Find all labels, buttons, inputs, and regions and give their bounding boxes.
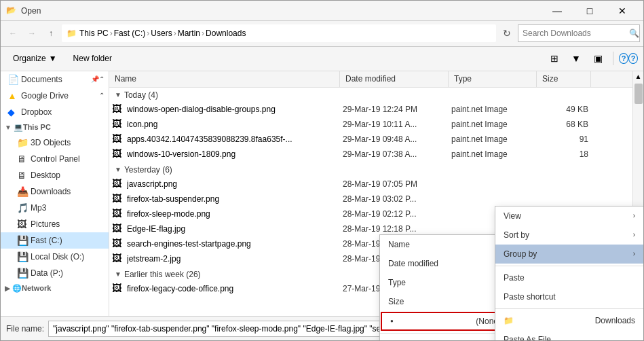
close-button[interactable]: ✕ bbox=[607, 1, 638, 21]
file-size: 18 bbox=[539, 149, 594, 159]
file-icon: 🖼 bbox=[112, 283, 124, 295]
sidebar-item-dropbox[interactable]: ◆ Dropbox bbox=[1, 104, 109, 120]
sidebar-item-datap[interactable]: 💾 Data (P:) bbox=[1, 265, 109, 281]
table-row[interactable]: 🖼 windows-10-version-1809.png 29-Mar-19 … bbox=[109, 147, 643, 162]
ctx-item-paste-file[interactable]: Paste As File bbox=[495, 330, 643, 341]
organize-button[interactable]: Organize ▼ bbox=[6, 49, 64, 68]
sidebar-item-label: Desktop bbox=[31, 170, 60, 180]
ctx-item-downloads[interactable]: 📁 Downloads bbox=[495, 311, 643, 330]
group-header-today[interactable]: ▼ Today (4) bbox=[109, 88, 643, 103]
sidebar-item-mp3[interactable]: 🎵 Mp3 bbox=[1, 200, 109, 216]
sidebar-item-label: Local Disk (O:) bbox=[31, 252, 84, 262]
table-row[interactable]: 🖼 firefox-tab-suspender.png 28-Mar-19 03… bbox=[109, 192, 643, 207]
expand-icon: ⌃ bbox=[99, 75, 105, 83]
context-separator bbox=[380, 333, 511, 334]
sidebar-item-label: Fast (C:) bbox=[31, 236, 62, 245]
ctx-item-label: Type bbox=[388, 278, 406, 287]
maximize-button[interactable]: □ bbox=[574, 1, 605, 21]
ctx-item-label: Downloads bbox=[595, 316, 635, 325]
fastc-icon: 💾 bbox=[17, 235, 28, 246]
file-icon: 🖼 bbox=[112, 178, 124, 190]
sidebar-item-fastc[interactable]: 💾 Fast (C:) bbox=[1, 232, 109, 249]
file-type: paint.net Image bbox=[451, 120, 539, 129]
sidebar-item-label: Network bbox=[22, 284, 51, 292]
ctx-item-paste[interactable]: Paste bbox=[495, 268, 643, 287]
table-row[interactable]: 🖼 icon.png 29-Mar-19 10:11 A... paint.ne… bbox=[109, 118, 643, 132]
ctx-item-sortby[interactable]: Sort by › bbox=[495, 226, 643, 245]
col-name-header[interactable]: Name bbox=[109, 71, 340, 87]
help-button[interactable]: ? ? bbox=[619, 49, 638, 68]
sidebar-item-googledrive[interactable]: ▲ Google Drive ⌃ bbox=[1, 88, 109, 104]
3dobjects-icon: 📁 bbox=[17, 137, 28, 148]
file-type: paint.net Image bbox=[451, 149, 539, 159]
up-button[interactable]: ↑ bbox=[43, 25, 59, 41]
ctx-item-size[interactable]: Size bbox=[380, 292, 511, 311]
sidebar-item-desktop[interactable]: 🖥 Desktop bbox=[1, 167, 109, 183]
file-icon: 🖼 bbox=[112, 223, 124, 235]
new-folder-button[interactable]: New folder bbox=[67, 49, 119, 68]
ctx-item-paste-shortcut[interactable]: Paste shortcut bbox=[495, 287, 643, 306]
refresh-button[interactable]: ↻ bbox=[499, 25, 515, 41]
ctx-item-name[interactable]: Name bbox=[380, 235, 511, 254]
file-date: 29-Mar-19 09:48 A... bbox=[343, 134, 451, 144]
sidebar-item-3dobjects[interactable]: 📁 3D Objects bbox=[1, 134, 109, 151]
file-name: search-engines-test-startpage.png bbox=[127, 239, 343, 249]
window-title: Open bbox=[21, 6, 542, 16]
sidebar-item-localdisk[interactable]: 💾 Local Disk (O:) bbox=[1, 249, 109, 265]
table-row[interactable]: 🖼 apps.40342.14047435839088239.8faa635f-… bbox=[109, 132, 643, 147]
ctx-item-type[interactable]: Type bbox=[380, 273, 511, 292]
view-arrow-button[interactable]: ▼ bbox=[567, 49, 586, 68]
sidebar-item-documents[interactable]: 📄 Documents 📌 ⌃ bbox=[1, 71, 109, 88]
file-date: 28-Mar-19 07:05 PM bbox=[343, 179, 451, 189]
group-header-yesterday[interactable]: ▼ Yesterday (6) bbox=[109, 162, 643, 177]
group-arrow-icon: ▼ bbox=[115, 91, 121, 98]
sidebar-item-label: Data (P:) bbox=[31, 268, 63, 278]
toolbar-separator bbox=[613, 52, 613, 65]
ctx-item-ascending[interactable]: Ascending bbox=[380, 336, 511, 341]
col-size-header[interactable]: Size bbox=[537, 71, 591, 87]
view-layout-button[interactable]: ⊞ bbox=[545, 49, 564, 68]
sidebar-item-controlpanel[interactable]: 🖥 Control Panel bbox=[1, 151, 109, 167]
search-input[interactable] bbox=[518, 24, 640, 42]
dropbox-icon: ◆ bbox=[7, 107, 18, 118]
bullet-icon: ● bbox=[390, 318, 394, 324]
group-arrow-icon: ▼ bbox=[115, 166, 121, 173]
sidebar-network-header[interactable]: ▶ 🌐 Network bbox=[1, 281, 109, 295]
ctx-item-label: Paste As File bbox=[504, 335, 551, 341]
sidebar-item-downloads[interactable]: 📥 Downloads bbox=[1, 183, 109, 200]
scroll-up-button[interactable]: ▲ bbox=[633, 71, 644, 82]
file-date: 28-Mar-19 03:02 P... bbox=[343, 194, 451, 204]
ctx-item-groupby[interactable]: Group by › bbox=[495, 245, 643, 264]
ctx-item-none[interactable]: ● (None) bbox=[381, 312, 510, 331]
breadcrumb[interactable]: 📁 This PC › Fast (C:) › Users › Martin ›… bbox=[62, 24, 496, 42]
sidebar: 📄 Documents 📌 ⌃ ▲ Google Drive ⌃ ◆ Dropb… bbox=[1, 71, 109, 316]
scroll-thumb[interactable] bbox=[634, 84, 643, 104]
toolbar: Organize ▼ New folder ⊞ ▼ ▣ ? ? bbox=[1, 47, 643, 71]
sidebar-item-pictures[interactable]: 🖼 Pictures bbox=[1, 216, 109, 232]
pin-icon: 📌 bbox=[91, 75, 99, 83]
breadcrumb-drive: Fast (C:) bbox=[114, 29, 146, 38]
file-icon: 🖼 bbox=[112, 103, 124, 115]
ctx-item-date[interactable]: Date modified bbox=[380, 254, 511, 273]
downloads-icon: 📥 bbox=[17, 186, 28, 197]
documents-icon: 📄 bbox=[7, 74, 18, 85]
context-menu-primary: Name Date modified Type Size ● (None) As… bbox=[379, 234, 512, 341]
mp3-icon: 🎵 bbox=[17, 202, 28, 213]
back-button[interactable]: ← bbox=[5, 25, 21, 41]
ctx-item-label: View bbox=[504, 211, 521, 221]
file-date: 29-Mar-19 07:38 A... bbox=[343, 149, 451, 159]
table-row[interactable]: 🖼 windows-open-dialog-disable-groups.png… bbox=[109, 103, 643, 118]
ctx-arrow-icon: › bbox=[633, 231, 635, 238]
minimize-button[interactable]: — bbox=[542, 1, 573, 21]
forward-button[interactable]: → bbox=[24, 25, 40, 41]
datap-icon: 💾 bbox=[17, 268, 28, 279]
col-date-header[interactable]: Date modified bbox=[340, 71, 449, 87]
preview-pane-button[interactable]: ▣ bbox=[588, 49, 607, 68]
table-row[interactable]: 🖼 javascript.png 28-Mar-19 07:05 PM bbox=[109, 177, 643, 192]
breadcrumb-thispc: This PC bbox=[79, 29, 109, 38]
toolbar-right: ⊞ ▼ ▣ ? ? bbox=[545, 49, 638, 68]
col-type-header[interactable]: Type bbox=[449, 71, 537, 87]
sidebar-thispc-header[interactable]: ▼ 💻 This PC bbox=[1, 120, 109, 134]
ctx-item-view[interactable]: View › bbox=[495, 207, 643, 226]
organize-label: Organize bbox=[13, 54, 46, 63]
